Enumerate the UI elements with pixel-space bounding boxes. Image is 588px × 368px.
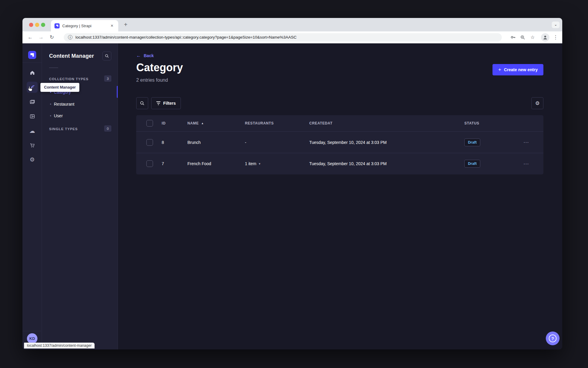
column-header-createdat[interactable]: CREATEDAT [309, 121, 464, 125]
content-manager-tooltip: Content Manager [40, 83, 79, 92]
row-checkbox[interactable] [146, 139, 153, 146]
bookmark-star-icon[interactable]: ☆ [529, 34, 536, 41]
collection-types-label: COLLECTION TYPES [49, 77, 89, 81]
row-actions-button[interactable]: ⋯ [519, 139, 533, 146]
deploy-cloud-icon[interactable]: ☁ [27, 125, 38, 136]
chevron-down-icon: ▾ [259, 162, 260, 166]
collection-types-count-badge: 3 [104, 75, 111, 82]
sidebar-item-label: Restaurant [54, 102, 74, 107]
cell-status: Draft [464, 139, 519, 146]
table-header-row: ID NAME ▲ RESTAURANTS CREATEDAT STATUS [136, 115, 543, 132]
reload-icon[interactable]: ↻ [48, 34, 55, 41]
column-header-restaurants[interactable]: RESTAURANTS [245, 121, 309, 125]
content-type-builder-icon[interactable] [27, 111, 38, 122]
status-badge: Draft [464, 139, 480, 146]
search-button[interactable] [136, 97, 148, 109]
close-window-button[interactable] [29, 23, 33, 27]
url-text: localhost:1337/admin/content-manager/col… [75, 35, 297, 39]
cell-createdat: Tuesday, September 10, 2024 at 3:03 PM [309, 140, 464, 145]
status-badge: Draft [464, 160, 480, 168]
sidebar-item-restaurant[interactable]: Restaurant [49, 100, 115, 109]
site-info-icon[interactable]: i [68, 35, 72, 39]
new-tab-button[interactable]: + [122, 22, 129, 28]
strapi-favicon [54, 23, 60, 28]
create-new-entry-label: Create new entry [504, 67, 538, 72]
row-checkbox[interactable] [146, 160, 153, 167]
table-row[interactable]: 7 French Food 1 item ▾ Tuesday, Septembe… [136, 153, 543, 174]
minimize-window-button[interactable] [35, 23, 39, 27]
user-avatar[interactable]: KD [27, 333, 37, 344]
nav-back-icon[interactable]: ← [27, 34, 34, 41]
back-link[interactable]: ← Back [136, 53, 154, 58]
browser-tab-strip: Category | Strapi ✕ + ⌄ [22, 18, 562, 31]
sort-asc-icon: ▲ [201, 122, 204, 125]
sidebar-search-button[interactable] [102, 51, 111, 60]
main-content: ← Back Category 2 entries found + Create… [118, 43, 562, 349]
marketplace-cart-icon[interactable] [27, 140, 38, 151]
entries-table: ID NAME ▲ RESTAURANTS CREATEDAT STATUS 8 [136, 115, 543, 174]
sidebar-divider [49, 68, 58, 68]
cell-name: Brunch [187, 140, 245, 145]
filters-button[interactable]: Filters [151, 97, 181, 109]
column-header-status[interactable]: STATUS [464, 121, 519, 125]
column-header-name[interactable]: NAME ▲ [187, 121, 245, 125]
sidebar-item-user[interactable]: User [49, 111, 115, 120]
cell-status: Draft [464, 160, 519, 168]
sidebar-title: Content Manager [49, 53, 94, 59]
address-bar[interactable]: i localhost:1337/admin/content-manager/c… [64, 33, 502, 42]
media-library-icon[interactable] [27, 96, 38, 107]
tab-search-chevron-icon[interactable]: ⌄ [552, 22, 560, 28]
active-item-indicator [117, 86, 118, 98]
bullet-icon [50, 104, 51, 105]
single-types-label: SINGLE TYPES [49, 127, 78, 131]
fullscreen-window-button[interactable] [41, 23, 45, 27]
cell-name: French Food [187, 161, 245, 166]
browser-toolbar: ← → ↻ i localhost:1337/admin/content-man… [22, 31, 562, 43]
gear-icon: ⚙ [535, 100, 539, 107]
home-icon[interactable] [27, 67, 38, 78]
table-row[interactable]: 8 Brunch - Tuesday, September 10, 2024 a… [136, 132, 543, 153]
column-header-id[interactable]: ID [153, 121, 187, 125]
browser-profile-avatar[interactable] [541, 33, 549, 42]
tab-title: Category | Strapi [62, 24, 109, 28]
select-all-checkbox[interactable] [146, 120, 153, 127]
entries-count: 2 entries found [136, 77, 168, 83]
browser-menu-icon[interactable]: ⋮ [553, 34, 558, 40]
cell-id: 8 [153, 140, 187, 145]
bullet-icon [50, 115, 51, 116]
cell-createdat: Tuesday, September 10, 2024 at 3:03 PM [309, 161, 464, 166]
rail-divider [22, 63, 42, 63]
link-status-bubble: localhost:1337/admin/content-manager [24, 343, 95, 349]
tab-close-icon[interactable]: ✕ [109, 23, 115, 28]
passwords-key-icon[interactable] [509, 34, 516, 41]
desktop: Category | Strapi ✕ + ⌄ ← → ↻ i localhos… [0, 0, 588, 368]
zoom-search-icon[interactable] [519, 34, 526, 41]
nav-forward-icon[interactable]: → [37, 34, 45, 41]
browser-tab[interactable]: Category | Strapi ✕ [51, 20, 118, 31]
page-title: Category [136, 61, 183, 74]
create-new-entry-button[interactable]: + Create new entry [492, 64, 543, 75]
strapi-app: ☁ ⚙ KD Content Manager [22, 43, 562, 349]
back-label: Back [144, 53, 154, 58]
cell-restaurants: - [245, 140, 309, 145]
question-mark-icon: ? [549, 334, 557, 342]
help-button[interactable]: ? [546, 331, 560, 345]
filters-label: Filters [163, 101, 176, 106]
toolbar-right-cluster: ☆ ⋮ [507, 33, 558, 42]
sidebar-item-label: User [54, 113, 63, 118]
hand-cursor [26, 86, 34, 93]
cell-id: 7 [153, 161, 187, 166]
back-arrow-icon: ← [136, 53, 141, 58]
single-types-count-badge: 0 [104, 125, 111, 132]
plus-icon: + [498, 67, 501, 73]
view-settings-button[interactable]: ⚙ [531, 97, 543, 109]
cell-restaurants[interactable]: 1 item ▾ [245, 161, 309, 166]
row-actions-button[interactable]: ⋯ [519, 160, 533, 167]
browser-window: Category | Strapi ✕ + ⌄ ← → ↻ i localhos… [22, 18, 562, 349]
strapi-logo[interactable] [28, 51, 36, 59]
filter-icon [156, 101, 160, 105]
settings-gear-icon[interactable]: ⚙ [27, 154, 38, 165]
